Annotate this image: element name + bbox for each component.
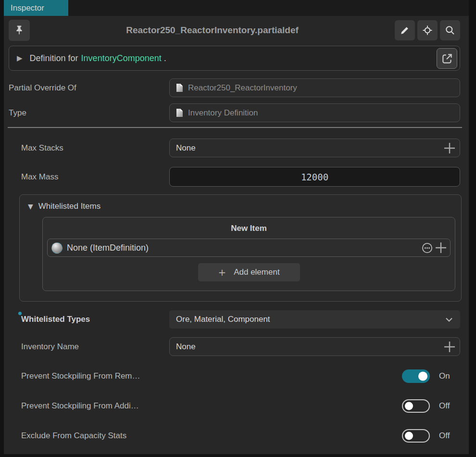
max-stacks-field[interactable]: None bbox=[169, 139, 460, 157]
tab-inspector[interactable]: Inspector bbox=[4, 0, 68, 16]
external-link-icon bbox=[441, 52, 453, 65]
whitelisted-types-row: Whitelisted Types Ore, Material, Compone… bbox=[9, 310, 460, 329]
definition-link[interactable]: InventoryComponent bbox=[81, 53, 162, 63]
toggle-state-label: On bbox=[439, 371, 460, 381]
prevent-stockpiling-adding-row: Prevent Stockpiling From Addi… Off bbox=[9, 396, 460, 416]
max-stacks-value: None bbox=[176, 143, 196, 153]
exclude-capacity-stats-label: Exclude From Capacity Stats bbox=[9, 431, 169, 441]
add-element-button[interactable]: + Add element bbox=[198, 263, 300, 281]
plus-icon: + bbox=[218, 267, 226, 278]
definition-banner[interactable]: ▶ Definition for InventoryComponent . bbox=[9, 46, 460, 71]
toggle-state-label: Off bbox=[439, 401, 460, 411]
prevent-stockpiling-removal-label: Prevent Stockpiling From Rem… bbox=[9, 371, 169, 381]
max-mass-label: Max Mass bbox=[9, 172, 169, 182]
page-title: Reactor250_ReactorInventory.partialdef bbox=[30, 25, 395, 36]
ellipsis-circle-icon bbox=[421, 241, 434, 254]
max-mass-value: 12000 bbox=[301, 172, 328, 182]
new-item-header: New Item bbox=[47, 221, 451, 239]
max-mass-input[interactable]: 12000 bbox=[169, 167, 460, 187]
toggle-knob bbox=[405, 432, 413, 440]
item-definition-value: None (ItemDefinition) bbox=[67, 243, 149, 253]
add-element-label: Add element bbox=[234, 267, 279, 277]
toggle-knob bbox=[418, 372, 427, 381]
item-options-button[interactable] bbox=[421, 241, 434, 254]
type-field[interactable]: Inventory Definition bbox=[169, 103, 460, 122]
pin-button[interactable] bbox=[9, 20, 30, 41]
inventory-name-add-button[interactable] bbox=[443, 340, 456, 354]
definition-suffix: . bbox=[164, 53, 166, 63]
max-stacks-row: Max Stacks None bbox=[9, 139, 460, 157]
whitelisted-types-label: Whitelisted Types bbox=[9, 315, 169, 324]
locate-button[interactable] bbox=[417, 20, 438, 40]
partial-override-field[interactable]: Reactor250_ReactorInventory bbox=[169, 78, 460, 97]
partial-override-label: Partial Override Of bbox=[9, 83, 169, 93]
pin-icon bbox=[13, 25, 25, 36]
max-mass-row: Max Mass 12000 bbox=[9, 167, 460, 187]
header: Reactor250_ReactorInventory.partialdef bbox=[9, 20, 460, 41]
type-label: Type bbox=[9, 108, 169, 118]
exclude-capacity-stats-row: Exclude From Capacity Stats Off bbox=[9, 426, 460, 445]
inventory-name-value: None bbox=[176, 342, 196, 352]
whitelisted-items-header[interactable]: ▼ Whitelisted Items bbox=[28, 202, 455, 211]
tab-inspector-label: Inspector bbox=[11, 3, 44, 13]
file-icon bbox=[176, 108, 183, 117]
header-buttons bbox=[395, 20, 460, 40]
inventory-name-label: Inventory Name bbox=[9, 342, 169, 352]
definition-prefix: Definition for bbox=[30, 53, 78, 63]
type-value: Inventory Definition bbox=[188, 108, 258, 118]
inventory-name-field[interactable]: None bbox=[169, 337, 460, 356]
item-add-button[interactable] bbox=[434, 241, 448, 254]
partial-override-row: Partial Override Of Reactor250_ReactorIn… bbox=[9, 78, 460, 97]
prevent-stockpiling-removal-row: Prevent Stockpiling From Rem… On bbox=[9, 367, 460, 386]
edit-button[interactable] bbox=[395, 20, 415, 40]
item-row-actions bbox=[421, 241, 448, 254]
whitelisted-items-group: ▼ Whitelisted Items New Item None (ItemD… bbox=[19, 194, 462, 302]
whitelisted-items-label: Whitelisted Items bbox=[38, 202, 100, 211]
divider bbox=[8, 127, 462, 128]
toggle-state-label: Off bbox=[439, 431, 460, 441]
prevent-stockpiling-removal-toggle[interactable] bbox=[402, 369, 430, 383]
inventory-name-row: Inventory Name None bbox=[9, 337, 460, 356]
exclude-capacity-stats-toggle[interactable] bbox=[402, 429, 430, 443]
toggle-knob bbox=[405, 402, 413, 410]
tab-bar: Inspector bbox=[4, 0, 469, 16]
expander-triangle-icon[interactable]: ▶ bbox=[17, 54, 23, 63]
whitelisted-items-list-panel: New Item None (ItemDefinition) bbox=[42, 217, 455, 291]
type-row: Type Inventory Definition bbox=[9, 103, 460, 122]
chevron-down-icon bbox=[443, 314, 455, 325]
partial-override-value: Reactor250_ReactorInventory bbox=[188, 83, 297, 93]
collapse-triangle-icon[interactable]: ▼ bbox=[28, 203, 33, 210]
inspector-window: Inspector Reactor250_ReactorInventory.pa… bbox=[0, 0, 476, 457]
search-button[interactable] bbox=[440, 20, 460, 40]
whitelisted-types-dropdown[interactable]: Ore, Material, Component bbox=[169, 310, 460, 329]
sphere-icon bbox=[51, 242, 63, 254]
pencil-icon bbox=[400, 25, 410, 36]
prevent-stockpiling-adding-toggle[interactable] bbox=[402, 399, 430, 413]
plus-icon bbox=[443, 141, 456, 155]
prevent-stockpiling-adding-label: Prevent Stockpiling From Addi… bbox=[9, 401, 169, 411]
max-stacks-label: Max Stacks bbox=[9, 143, 169, 153]
plus-icon bbox=[443, 340, 456, 354]
item-definition-row[interactable]: None (ItemDefinition) bbox=[47, 239, 451, 257]
search-icon bbox=[444, 25, 456, 36]
file-icon bbox=[176, 83, 183, 92]
whitelisted-types-value: Ore, Material, Component bbox=[176, 315, 270, 324]
plus-icon bbox=[434, 241, 448, 254]
modified-dot-icon bbox=[18, 312, 22, 315]
max-stacks-add-button[interactable] bbox=[443, 141, 456, 155]
inspector-panel: Reactor250_ReactorInventory.partialdef bbox=[4, 16, 469, 454]
crosshair-icon bbox=[422, 25, 433, 36]
open-definition-button[interactable] bbox=[437, 48, 457, 69]
